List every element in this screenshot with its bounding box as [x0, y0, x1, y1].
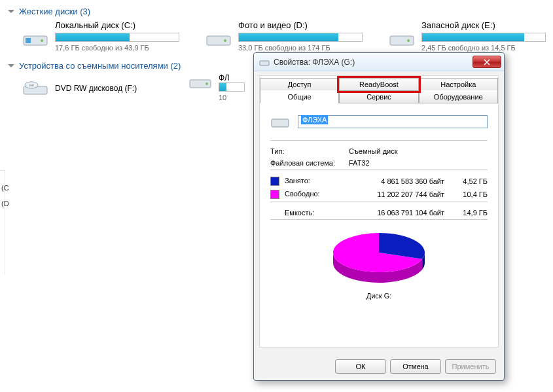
dialog-title: Свойства: ФЛЭХА (G:): [274, 58, 473, 67]
flash-label-partial: ФЛ: [219, 73, 245, 82]
section-hdd-label: Жесткие диски (3): [19, 7, 90, 16]
capacity-bar: [421, 33, 546, 42]
used-color-icon: [270, 177, 279, 186]
properties-dialog: Свойства: ФЛЭХА (G:) Доступ ReadyBoost Н…: [253, 52, 505, 381]
titlebar[interactable]: Свойства: ФЛЭХА (G:): [254, 53, 504, 71]
close-button[interactable]: [473, 56, 501, 68]
capacity-fill: [56, 33, 130, 41]
drive-label: Запасной диск (E:): [421, 20, 546, 30]
close-icon: [484, 59, 490, 65]
drive-item-c[interactable]: Локальный диск (C:) 17,6 ГБ свободно из …: [22, 20, 179, 52]
ok-button[interactable]: ОК: [335, 359, 386, 374]
dialog-buttons: ОК Отмена Применить: [254, 353, 504, 380]
free-label: Свободно:: [285, 190, 320, 198]
capacity-bar: [55, 33, 179, 42]
capacity-fill: [239, 33, 338, 41]
drive-free-text: 17,6 ГБ свободно из 43,9 ГБ: [55, 44, 179, 52]
capacity-label: Емкость:: [270, 209, 342, 217]
free-gb: 10,4 ГБ: [448, 190, 488, 198]
hdd-icon: [22, 29, 48, 49]
free-bytes: 11 202 207 744 байт: [342, 190, 448, 198]
tab-body-general: ФЛЭХА Тип: Съемный диск Файловая система…: [260, 103, 498, 347]
drive-free-text: 2,45 ГБ свободно из 14,5 ГБ: [421, 44, 546, 52]
svg-rect-13: [272, 119, 289, 127]
dvd-drive-icon: DVD: [22, 79, 48, 98]
usage-pie-chart: [270, 228, 488, 288]
chevron-down-icon: [8, 64, 14, 67]
svg-text:DVD: DVD: [29, 84, 35, 87]
tab-settings[interactable]: Настройка: [419, 78, 498, 91]
flash-free-partial: 10: [219, 94, 245, 101]
svg-point-11: [205, 82, 208, 85]
tab-general[interactable]: Общие: [260, 90, 339, 103]
svg-rect-5: [390, 36, 414, 45]
svg-point-2: [41, 39, 43, 42]
capacity-bar: [238, 33, 363, 42]
used-label: Занято:: [285, 177, 310, 185]
chevron-down-icon: [8, 10, 14, 13]
tree-stub: (C (D: [0, 170, 5, 275]
section-hdd[interactable]: Жесткие диски (3): [7, 4, 546, 20]
fs-value: FAT32: [349, 159, 488, 167]
tab-readyboost[interactable]: ReadyBoost: [339, 78, 418, 91]
hdd-icon: [389, 29, 415, 49]
svg-rect-12: [260, 61, 269, 65]
drive-label: Локальный диск (C:): [55, 20, 179, 30]
capacity-bytes: 16 063 791 104 байт: [342, 209, 448, 217]
drive-icon: [270, 114, 290, 130]
drive-item-flash-partial[interactable]: ФЛ 10: [188, 73, 245, 101]
used-gb: 4,52 ГБ: [448, 177, 488, 185]
tab-service[interactable]: Сервис: [339, 90, 418, 103]
svg-point-6: [407, 39, 410, 42]
svg-point-4: [224, 39, 226, 42]
section-removable-label: Устройства со съемными носителями (2): [19, 61, 181, 71]
dvd-label: DVD RW дисковод (F:): [55, 84, 137, 93]
pie-caption: Диск G:: [270, 292, 488, 300]
cancel-button[interactable]: Отмена: [390, 359, 441, 374]
fs-label: Файловая система:: [270, 159, 349, 167]
drive-item-d[interactable]: Фото и видео (D:) 33,0 ГБ свободно из 17…: [205, 20, 363, 52]
free-color-icon: [270, 190, 279, 199]
volume-name-value: ФЛЭХА: [301, 115, 328, 124]
capacity-fill: [422, 33, 524, 41]
svg-rect-3: [207, 36, 230, 45]
drive-item-e[interactable]: Запасной диск (E:) 2,45 ГБ свободно из 1…: [389, 20, 546, 52]
type-value: Съемный диск: [349, 147, 488, 155]
drive-label: Фото и видео (D:): [238, 20, 363, 30]
tab-strip: Доступ ReadyBoost Настройка Общие Сервис…: [260, 76, 498, 103]
apply-button[interactable]: Применить: [445, 359, 496, 374]
tab-access[interactable]: Доступ: [260, 78, 339, 91]
removable-disk-icon: [188, 73, 212, 92]
used-bytes: 4 861 583 360 байт: [342, 177, 448, 185]
type-label: Тип:: [270, 147, 349, 155]
drive-free-text: 33,0 ГБ свободно из 174 ГБ: [238, 44, 363, 52]
tab-hardware[interactable]: Оборудование: [419, 90, 498, 103]
capacity-gb: 14,9 ГБ: [448, 209, 488, 217]
volume-name-input[interactable]: ФЛЭХА: [298, 115, 488, 128]
hdd-icon: [205, 29, 232, 49]
svg-rect-1: [26, 38, 31, 43]
drive-icon: [259, 58, 270, 67]
